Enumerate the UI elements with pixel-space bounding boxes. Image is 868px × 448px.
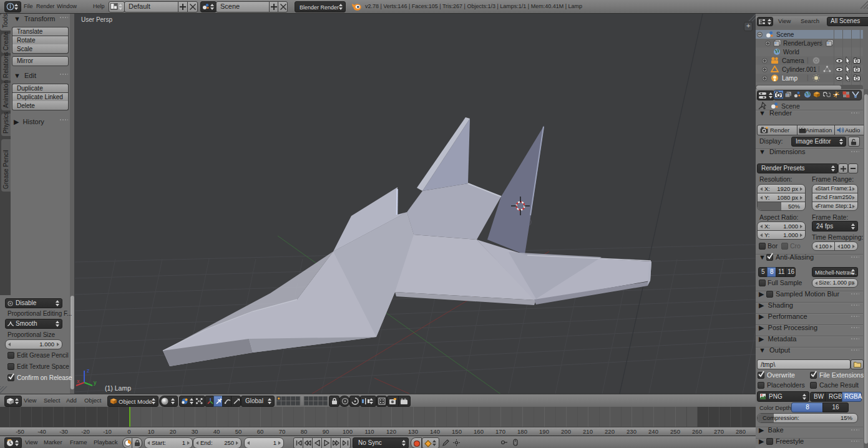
svg-text:y: y (94, 379, 97, 386)
svg-text:z: z (87, 368, 90, 374)
svg-text:x: x (77, 378, 80, 384)
